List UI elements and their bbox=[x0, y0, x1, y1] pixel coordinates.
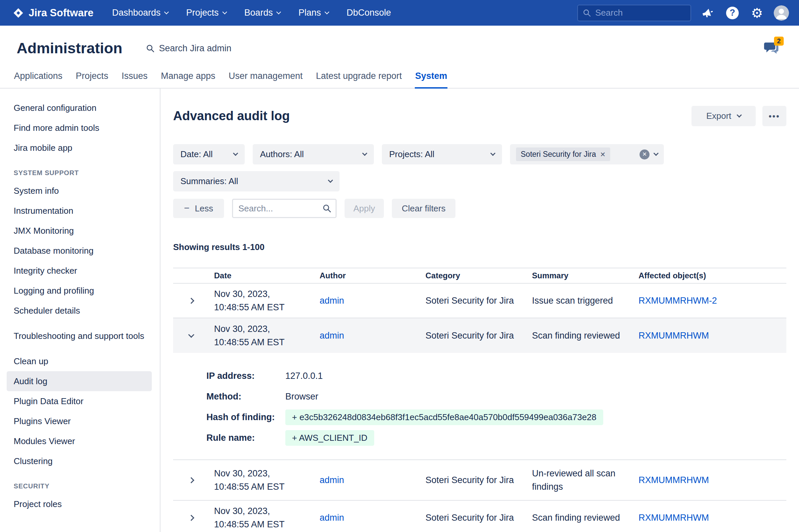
header-affected: Affected object(s) bbox=[639, 271, 786, 280]
global-search-input[interactable] bbox=[595, 8, 686, 18]
sidebar-item-system-info[interactable]: System info bbox=[7, 181, 152, 201]
cell-category: Soteri Security for Jira bbox=[425, 296, 532, 306]
help-button[interactable]: ? bbox=[724, 5, 740, 21]
cell-date: Nov 30, 2023,10:48:55 AM EST bbox=[214, 322, 320, 349]
results-count: Showing results 1-100 bbox=[173, 242, 786, 252]
sidebar-item-plugin-data-editor[interactable]: Plugin Data Editor bbox=[7, 391, 152, 411]
audit-search[interactable] bbox=[232, 199, 337, 218]
section-title: Advanced audit log bbox=[173, 109, 290, 123]
top-navbar: Jira Software Dashboards Projects Boards… bbox=[0, 0, 799, 26]
chevron-down-icon bbox=[653, 151, 659, 156]
audit-search-input[interactable] bbox=[239, 204, 322, 214]
tab-projects[interactable]: Projects bbox=[76, 66, 109, 88]
expand-row-button[interactable] bbox=[182, 291, 201, 310]
expand-row-button[interactable] bbox=[182, 471, 201, 489]
table-row-expanded: Nov 30, 2023,10:48:55 AM EST admin Soter… bbox=[173, 318, 786, 353]
sidebar-item-jira-mobile-app[interactable]: Jira mobile app bbox=[7, 138, 152, 158]
sidebar-item-logging-and-profiling[interactable]: Logging and profiling bbox=[7, 281, 152, 301]
cell-category: Soteri Security for Jira bbox=[425, 513, 532, 523]
apply-button[interactable]: Apply bbox=[345, 199, 384, 218]
sidebar-item-modules-viewer[interactable]: Modules Viewer bbox=[7, 431, 152, 451]
chevron-down-icon bbox=[164, 9, 169, 14]
detail-method-value: Browser bbox=[285, 392, 318, 402]
less-filters-button[interactable]: − Less bbox=[173, 199, 224, 218]
detail-method-label: Method: bbox=[206, 392, 285, 402]
filter-chip-soteri[interactable]: Soteri Security for Jira ✕ bbox=[516, 148, 610, 161]
global-search[interactable] bbox=[577, 5, 691, 21]
person-icon bbox=[774, 5, 789, 21]
affected-object-link[interactable]: RXMUMMRHWM bbox=[639, 475, 709, 485]
sidebar-item-scheduler-details[interactable]: Scheduler details bbox=[7, 301, 152, 321]
megaphone-icon bbox=[701, 7, 714, 19]
primary-nav: Dashboards Projects Boards Plans DbConso… bbox=[112, 8, 391, 18]
detail-rule-label: Rule name: bbox=[206, 433, 285, 443]
expand-row-button[interactable] bbox=[182, 508, 201, 527]
tab-manage-apps[interactable]: Manage apps bbox=[160, 66, 216, 88]
tab-system[interactable]: System bbox=[415, 66, 448, 89]
sidebar-item-general-configuration[interactable]: General configuration bbox=[7, 98, 152, 118]
search-icon bbox=[322, 204, 331, 213]
nav-projects[interactable]: Projects bbox=[186, 8, 226, 18]
content-area: General configuration Find more admin to… bbox=[0, 89, 799, 532]
sidebar-item-find-more-admin-tools[interactable]: Find more admin tools bbox=[7, 118, 152, 138]
settings-button[interactable]: ⚙ bbox=[749, 5, 765, 21]
collapse-row-button[interactable] bbox=[182, 326, 201, 345]
cell-summary: Scan finding reviewed bbox=[532, 513, 639, 523]
sidebar-item-integrity-checker[interactable]: Integrity checker bbox=[7, 261, 152, 281]
search-jira-admin[interactable]: Search Jira admin bbox=[146, 43, 232, 54]
chevron-down-icon bbox=[188, 331, 194, 338]
avatar[interactable] bbox=[774, 5, 789, 21]
cell-summary: Issue scan triggered bbox=[532, 296, 639, 306]
author-link[interactable]: admin bbox=[320, 475, 344, 485]
navbar-right: ? ⚙ bbox=[577, 5, 789, 21]
chevron-down-icon bbox=[222, 9, 227, 14]
sidebar-item-troubleshooting-and-support-tools[interactable]: Troubleshooting and support tools bbox=[7, 321, 152, 351]
sidebar-item-audit-log[interactable]: Audit log bbox=[7, 371, 152, 391]
sidebar-item-clustering[interactable]: Clustering bbox=[7, 451, 152, 471]
tab-issues[interactable]: Issues bbox=[121, 66, 148, 88]
sidebar-item-jmx-monitoring[interactable]: JMX Monitoring bbox=[7, 221, 152, 241]
author-link[interactable]: admin bbox=[320, 513, 344, 523]
jira-logo[interactable]: Jira Software bbox=[13, 7, 94, 19]
header-summary: Summary bbox=[532, 271, 639, 280]
rule-name-value: + AWS_CLIENT_ID bbox=[285, 430, 374, 446]
nav-boards[interactable]: Boards bbox=[244, 8, 281, 18]
clear-selection-icon[interactable]: ✕ bbox=[640, 150, 649, 159]
tab-latest-upgrade-report[interactable]: Latest upgrade report bbox=[316, 66, 402, 88]
cell-category: Soteri Security for Jira bbox=[425, 475, 532, 486]
sidebar-heading-security: SECURITY bbox=[14, 482, 160, 490]
tab-applications[interactable]: Applications bbox=[14, 66, 63, 88]
filter-product-multiselect[interactable]: Soteri Security for Jira ✕ ✕ bbox=[510, 144, 664, 165]
filter-authors-dropdown[interactable]: Authors: All bbox=[253, 144, 374, 165]
chip-close-icon[interactable]: ✕ bbox=[600, 151, 606, 158]
filter-date-dropdown[interactable]: Date: All bbox=[173, 144, 245, 165]
affected-object-link[interactable]: RXMUMMRHWM bbox=[639, 330, 709, 341]
nav-dashboards[interactable]: Dashboards bbox=[112, 8, 169, 18]
sidebar-item-instrumentation[interactable]: Instrumentation bbox=[7, 201, 152, 221]
export-button[interactable]: Export bbox=[691, 106, 756, 126]
author-link[interactable]: admin bbox=[320, 296, 344, 306]
nav-plans[interactable]: Plans bbox=[298, 8, 328, 18]
chevron-down-icon bbox=[325, 9, 329, 14]
sidebar-item-clean-up[interactable]: Clean up bbox=[7, 351, 152, 371]
sidebar-item-plugins-viewer[interactable]: Plugins Viewer bbox=[7, 411, 152, 431]
announcements-button[interactable] bbox=[700, 5, 716, 21]
tab-user-management[interactable]: User management bbox=[228, 66, 303, 88]
table-row: Nov 30, 2023,10:48:55 AM EST admin Soter… bbox=[173, 284, 786, 318]
feedback-button[interactable]: 2 bbox=[764, 41, 779, 55]
chevron-down-icon bbox=[328, 178, 333, 183]
admin-header: Administration Search Jira admin 2 bbox=[0, 26, 799, 59]
chevron-right-icon bbox=[188, 515, 194, 521]
nav-dbconsole[interactable]: DbConsole bbox=[346, 8, 391, 18]
detail-ip-value: 127.0.0.1 bbox=[285, 371, 323, 381]
sidebar-item-project-roles[interactable]: Project roles bbox=[7, 494, 152, 514]
affected-object-link[interactable]: RXMUMMRHWM bbox=[639, 513, 709, 523]
author-link[interactable]: admin bbox=[320, 330, 344, 341]
filter-projects-dropdown[interactable]: Projects: All bbox=[382, 144, 502, 165]
clear-filters-button[interactable]: Clear filters bbox=[392, 199, 455, 218]
table-header-row: Date Author Category Summary Affected ob… bbox=[173, 268, 786, 284]
affected-object-link[interactable]: RXMUMMRHWM-2 bbox=[639, 296, 717, 306]
more-actions-button[interactable]: ••• bbox=[762, 106, 786, 126]
sidebar-item-database-monitoring[interactable]: Database monitoring bbox=[7, 241, 152, 261]
filter-summaries-dropdown[interactable]: Summaries: All bbox=[173, 171, 340, 191]
